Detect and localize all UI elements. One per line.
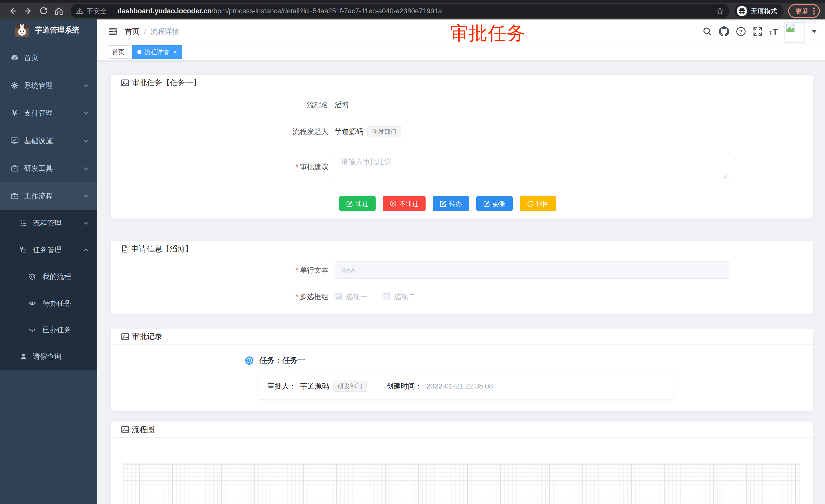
browser-menu-update-button[interactable]: 更新	[788, 4, 820, 18]
tag-home[interactable]: 首页	[107, 45, 129, 59]
picture-icon	[121, 79, 129, 87]
resize-handle-icon[interactable]	[723, 174, 728, 179]
address-bar[interactable]: 不安全 dashboard.yudao.iocoder.cn/bpm/proce…	[71, 4, 729, 18]
sidebar-item-workflow[interactable]: 工作流程	[0, 182, 97, 210]
bookmark-button[interactable]	[716, 7, 724, 15]
required-mark: *	[295, 266, 298, 274]
sidebar-item-label: 系统管理	[24, 81, 78, 90]
form-row-process-name: 流程名 滔博	[111, 99, 813, 111]
home-icon	[54, 6, 64, 16]
monitor-icon	[10, 137, 19, 145]
card-header: 申请信息【滔博】	[111, 241, 813, 257]
back-icon	[8, 6, 17, 16]
sidebar-item-label: 基础设施	[24, 136, 78, 146]
top-navbar: 首页 / 流程详情 审批任务 ? TT	[97, 19, 825, 44]
update-label: 更新	[795, 6, 809, 16]
reject-button[interactable]: 不通过	[383, 196, 426, 211]
eye-closed-icon	[28, 326, 36, 334]
navbar-actions: ? TT	[702, 19, 817, 44]
browser-toolbar: 不安全 dashboard.yudao.iocoder.cn/bpm/proce…	[0, 3, 825, 19]
github-icon[interactable]	[719, 26, 729, 36]
transfer-button[interactable]: 转办	[433, 196, 469, 211]
picture-icon	[121, 332, 129, 341]
sidebar-item-label: 研发工具	[24, 164, 78, 173]
sidebar-item-label: 支付管理	[24, 108, 78, 118]
omnibox-divider	[112, 7, 112, 15]
sidebar-item-todo-tasks[interactable]: 待办任务	[0, 290, 97, 317]
field-label: 流程发起人	[111, 126, 334, 137]
svg-text:?: ?	[739, 28, 743, 35]
field-label: *多选框组	[111, 291, 334, 303]
star-icon	[716, 7, 724, 15]
clock-icon	[245, 356, 254, 365]
sidebar: 芋道管理系统 首页 系统管理 ¥ 支付管理 基础设施	[0, 19, 97, 504]
card-body: 流程名 滔博 流程发起人 芋道源码 研发部门 *审批建议	[111, 91, 813, 219]
security-status[interactable]: 不安全	[76, 7, 106, 16]
sidebar-item-label: 任务管理	[33, 245, 78, 255]
sidebar-item-system[interactable]: 系统管理	[0, 72, 97, 99]
reload-button[interactable]	[36, 4, 51, 18]
checkbox-checked-icon	[334, 293, 342, 301]
tag-close-icon[interactable]: ×	[173, 48, 177, 56]
fullscreen-icon[interactable]	[753, 27, 762, 36]
card-body: 任务：任务一 审批人： 芋道源码 研发部门 创建时间： 2022-01-21 2…	[111, 345, 813, 411]
return-button[interactable]: 退回	[520, 196, 556, 211]
person-icon	[19, 352, 28, 360]
card-header: 审批任务【任务一】	[111, 75, 813, 91]
home-button[interactable]	[51, 4, 67, 18]
breadcrumb-home[interactable]: 首页	[125, 27, 139, 36]
timeline-task-row: 任务：任务一	[111, 355, 813, 366]
warning-icon	[76, 7, 83, 15]
window-frame	[0, 0, 825, 3]
breadcrumb: 首页 / 流程详情	[125, 27, 179, 36]
browser-menu-icon[interactable]	[813, 7, 815, 15]
sidebar-item-task-mgmt[interactable]: 任务管理	[0, 237, 97, 263]
sidebar-toggle-button[interactable]	[104, 23, 121, 40]
card-body: *单行文本 *多选框组 选项一 选项二	[111, 257, 813, 314]
checkbox-label: 选项二	[394, 292, 416, 302]
forward-button[interactable]	[20, 4, 36, 18]
help-icon[interactable]: ?	[736, 26, 746, 36]
bpmn-canvas-grid[interactable]	[123, 464, 801, 504]
sidebar-item-done-tasks[interactable]: 已办任务	[0, 317, 97, 343]
back-button[interactable]	[5, 4, 20, 18]
card-header: 流程图	[111, 422, 813, 438]
suggestion-textarea[interactable]	[334, 153, 729, 179]
search-icon[interactable]	[702, 27, 712, 36]
initiator-name: 芋道源码	[334, 126, 363, 137]
sidebar-submenu-workflow: 流程管理 任务管理 我的流程 待办任务 已办	[0, 210, 97, 370]
checkbox-unchecked-icon	[383, 293, 390, 301]
created-label: 创建时间：	[386, 381, 422, 391]
sidebar-logo[interactable]: 芋道管理系统	[0, 19, 97, 41]
hamburger-icon	[108, 27, 117, 36]
approval-actions: 通过 不通过 转办 委派	[111, 196, 813, 211]
chevron-down-icon	[83, 82, 89, 89]
avatar[interactable]	[784, 22, 805, 43]
dept-tag: 研发部门	[367, 126, 401, 137]
tag-process-detail[interactable]: 流程详情 ×	[132, 45, 182, 59]
apply-info-card: 申请信息【滔博】 *单行文本 *多选框组 选项一	[110, 241, 813, 315]
task-title: 任务：任务一	[259, 355, 305, 366]
edit-icon	[347, 200, 353, 207]
delegate-button[interactable]: 委派	[476, 196, 513, 211]
sidebar-item-process-mgmt[interactable]: 流程管理	[0, 210, 97, 237]
face-icon	[28, 272, 36, 281]
url-domain: dashboard.yudao.iocoder.cn	[117, 7, 212, 15]
security-label: 不安全	[87, 7, 106, 16]
approve-button[interactable]: 通过	[339, 196, 376, 211]
sidebar-item-label: 已办任务	[43, 325, 71, 335]
tag-label: 首页	[112, 48, 125, 56]
caret-down-icon[interactable]	[812, 30, 817, 33]
sidebar-item-leave-query[interactable]: 请假查询	[0, 343, 97, 370]
sidebar-item-my-process[interactable]: 我的流程	[0, 263, 97, 290]
font-size-icon[interactable]: TT	[769, 27, 778, 36]
sidebar-item-devtools[interactable]: 研发工具	[0, 155, 97, 182]
incognito-badge: 无痕模式	[734, 4, 783, 18]
sidebar-item-home[interactable]: 首页	[0, 44, 97, 72]
sidebar-item-infrastructure[interactable]: 基础设施	[0, 127, 97, 155]
sidebar-item-payment[interactable]: ¥ 支付管理	[0, 99, 97, 127]
gear-icon	[10, 81, 19, 90]
field-value: 芋道源码 研发部门	[334, 126, 401, 137]
url-text[interactable]: dashboard.yudao.iocoder.cn/bpm/process-i…	[117, 7, 712, 15]
field-value: 滔博	[334, 99, 349, 111]
